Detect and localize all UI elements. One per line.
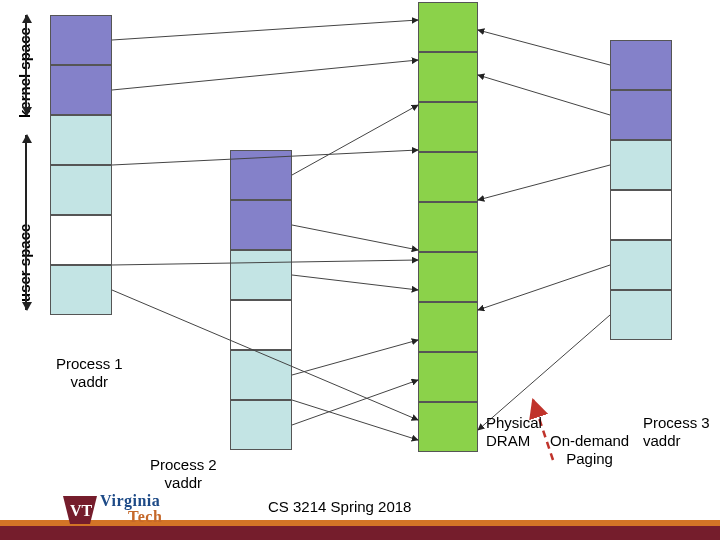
svg-line-0	[112, 20, 418, 40]
p3-page-k0	[610, 40, 672, 90]
svg-text:VT: VT	[70, 502, 93, 519]
p2-page-u0	[230, 250, 292, 300]
frame-2	[418, 102, 478, 152]
svg-line-7	[292, 275, 418, 290]
svg-line-11	[478, 30, 610, 65]
p3-page-u2	[610, 240, 672, 290]
p2-page-u3	[230, 400, 292, 450]
p1-page-u1	[50, 165, 112, 215]
axis-arrow-user	[25, 135, 27, 310]
svg-line-1	[112, 60, 418, 90]
p1-page-u3	[50, 265, 112, 315]
vt-shield-icon: VT	[60, 490, 100, 530]
svg-line-14	[478, 265, 610, 310]
footer-course: CS 3214 Spring 2018	[268, 498, 411, 515]
label-ondemand: On-demand Paging	[550, 432, 629, 468]
p2-page-u2	[230, 350, 292, 400]
frame-5	[418, 252, 478, 302]
svg-line-12	[478, 75, 610, 115]
svg-line-8	[292, 340, 418, 375]
frame-4	[418, 202, 478, 252]
p2-page-u1	[230, 300, 292, 350]
label-process2: Process 2 vaddr	[150, 456, 217, 492]
logo-word-2: Tech	[128, 508, 162, 526]
diagram-canvas: kernel space user space	[0, 0, 720, 540]
label-dram: Physical DRAM	[486, 414, 542, 450]
label-process3: Process 3 vaddr	[643, 414, 710, 450]
p2-page-k0	[230, 150, 292, 200]
p3-page-u3	[610, 290, 672, 340]
p3-page-k1	[610, 90, 672, 140]
p1-page-u2	[50, 215, 112, 265]
p1-page-u0	[50, 115, 112, 165]
p3-page-u1	[610, 190, 672, 240]
p1-page-k0	[50, 15, 112, 65]
svg-line-6	[292, 225, 418, 250]
frame-3	[418, 152, 478, 202]
frame-7	[418, 352, 478, 402]
svg-line-10	[292, 380, 418, 425]
svg-line-5	[292, 105, 418, 175]
p2-page-k1	[230, 200, 292, 250]
svg-line-9	[292, 400, 418, 440]
label-process1: Process 1 vaddr	[56, 355, 123, 391]
frame-6	[418, 302, 478, 352]
frame-0	[418, 2, 478, 52]
frame-8	[418, 402, 478, 452]
frame-1	[418, 52, 478, 102]
p1-page-k1	[50, 65, 112, 115]
svg-line-15	[478, 315, 610, 430]
footer-bar-maroon	[0, 526, 720, 540]
p3-page-u0	[610, 140, 672, 190]
axis-arrow-kernel	[25, 15, 27, 115]
svg-line-13	[478, 165, 610, 200]
